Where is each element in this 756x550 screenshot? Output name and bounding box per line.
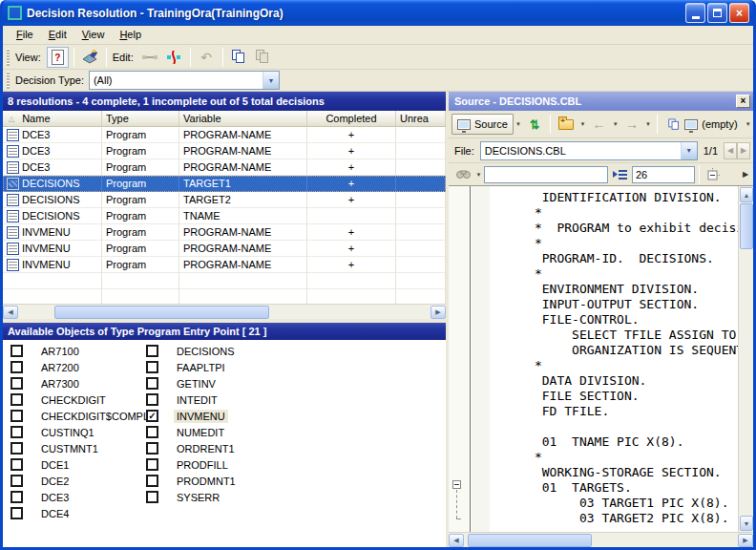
object-item[interactable]: ✓INVMENU (146, 408, 239, 424)
collapse-all-button[interactable] (704, 164, 722, 185)
fold-marker[interactable] (452, 480, 461, 489)
minimize-button[interactable] (685, 3, 705, 23)
toolbar-overflow-button[interactable]: ▶ (739, 164, 752, 185)
table-horizontal-scrollbar[interactable]: ◀ ▶ (3, 304, 446, 319)
scroll-left-button[interactable]: ◀ (449, 534, 464, 547)
column-header-type[interactable]: Type (102, 111, 179, 126)
object-checkbox[interactable] (146, 475, 158, 487)
forward-dropdown[interactable]: ▼ (643, 114, 653, 135)
maximize-button[interactable] (707, 3, 727, 23)
object-checkbox[interactable] (10, 377, 23, 390)
object-item[interactable]: DCE2 (10, 473, 152, 489)
object-checkbox[interactable] (10, 410, 23, 422)
line-number-input[interactable] (632, 166, 695, 183)
copy-button[interactable] (228, 47, 250, 68)
table-row[interactable] (3, 289, 446, 304)
object-checkbox[interactable] (10, 491, 23, 503)
table-row[interactable]: DCE3ProgramPROGRAM-NAME+ (3, 159, 446, 176)
close-button[interactable]: × (729, 3, 749, 23)
object-checkbox[interactable] (146, 393, 158, 406)
object-item[interactable]: AR7300 (10, 375, 152, 391)
object-item[interactable]: CHECKDIGIT$COMPL (10, 408, 152, 424)
object-item[interactable]: DCE1 (10, 456, 152, 473)
scroll-left-button[interactable]: ◀ (3, 306, 18, 319)
back-dropdown[interactable]: ▼ (611, 114, 620, 135)
dropdown-button[interactable]: ▼ (681, 142, 697, 159)
refresh-button[interactable]: ⇄ (524, 114, 545, 135)
source-view-dropdown[interactable]: ▼ (514, 114, 523, 135)
scroll-thumb[interactable] (468, 534, 592, 547)
undo-button[interactable]: ↶ (196, 47, 218, 68)
object-checkbox[interactable] (146, 345, 158, 357)
table-row[interactable]: INVMENUProgramPROGRAM-NAME+ (3, 257, 446, 273)
object-checkbox[interactable] (10, 361, 23, 373)
object-checkbox[interactable] (146, 491, 158, 503)
object-item[interactable]: CUSTMNT1 (10, 440, 152, 456)
column-header-variable[interactable]: Variable (179, 111, 307, 126)
table-row[interactable]: DECISIONSProgramTARGET1+ (3, 176, 446, 192)
table-row[interactable] (3, 273, 446, 289)
menu-edit[interactable]: Edit (41, 27, 74, 43)
forward-button[interactable]: → (621, 114, 642, 135)
source-close-button[interactable]: × (736, 95, 750, 108)
dropdown-button[interactable]: ▼ (262, 72, 279, 89)
object-item[interactable]: AR7200 (10, 359, 152, 375)
object-checkbox[interactable] (146, 377, 158, 390)
break-decision-button[interactable] (163, 47, 185, 68)
next-file-button[interactable]: ▶ (737, 142, 750, 159)
app-icon[interactable] (8, 6, 22, 20)
table-row[interactable]: INVMENUProgramPROGRAM-NAME+ (3, 241, 446, 257)
object-item[interactable]: PRODFILL (146, 456, 239, 473)
title-bar[interactable]: Decision Resolution - TrainingOra(Traini… (3, 0, 753, 26)
scroll-right-button[interactable]: ▶ (430, 306, 446, 319)
column-header-name[interactable]: △Name (3, 111, 102, 126)
table-row[interactable]: DECISIONSProgramTARGET2+ (3, 192, 446, 208)
object-checkbox[interactable] (146, 442, 158, 455)
prev-file-button[interactable]: ◀ (724, 142, 737, 159)
object-checkbox[interactable]: ✓ (146, 410, 158, 422)
context-dropdown[interactable]: ▼ (744, 114, 753, 135)
column-header-unrea[interactable]: Unrea (396, 111, 446, 126)
menu-help[interactable]: Help (112, 27, 149, 43)
search-input[interactable] (484, 166, 608, 183)
toolbar-grip[interactable] (7, 72, 10, 89)
object-item[interactable]: DECISIONS (146, 343, 239, 359)
object-item[interactable]: SYSERR (146, 489, 239, 505)
object-item[interactable]: CHECKDIGIT (10, 391, 152, 408)
decision-type-combobox[interactable]: (All) ▼ (89, 71, 280, 90)
menu-view[interactable]: View (74, 27, 113, 43)
view-report-button[interactable]: ? (47, 47, 69, 68)
column-header-completed[interactable]: Completed (307, 111, 396, 126)
view-diagram-button[interactable] (79, 47, 101, 68)
object-checkbox[interactable] (10, 345, 23, 357)
toolbar-grip[interactable] (7, 49, 10, 66)
table-row[interactable]: DECISIONSProgramTNAME (3, 208, 446, 224)
back-button[interactable]: ← (589, 114, 610, 135)
scroll-up-button[interactable]: ▲ (740, 187, 753, 202)
join-decision-button[interactable] (139, 47, 161, 68)
folder-up-button[interactable] (556, 114, 577, 135)
code-vertical-scrollbar[interactable]: ▲ ▼ (738, 186, 753, 532)
table-row[interactable]: INVMENUProgramPROGRAM-NAME+ (3, 224, 446, 241)
find-dropdown[interactable]: ▼ (473, 164, 484, 185)
context-selector[interactable]: (empty) (662, 114, 743, 135)
object-checkbox[interactable] (10, 458, 23, 471)
object-checkbox[interactable] (10, 507, 23, 519)
folder-dropdown[interactable]: ▼ (578, 114, 587, 135)
object-checkbox[interactable] (146, 426, 158, 438)
code-viewer[interactable]: IDENTIFICATION DIVISION. * * PROGRAM to … (449, 186, 753, 532)
object-checkbox[interactable] (10, 442, 23, 455)
source-view-button[interactable]: Source (452, 114, 514, 135)
object-item[interactable]: DCE3 (10, 489, 152, 505)
object-item[interactable]: INTEDIT (146, 391, 239, 408)
object-checkbox[interactable] (10, 475, 23, 487)
scroll-thumb[interactable] (740, 203, 753, 249)
object-item[interactable]: FAAPLTPI (146, 359, 239, 375)
scroll-down-button[interactable]: ▼ (740, 516, 753, 531)
object-item[interactable]: AR7100 (10, 343, 152, 359)
object-item[interactable]: DCE4 (10, 505, 152, 521)
file-combobox[interactable]: DECISIONS.CBL ▼ (480, 141, 698, 160)
object-item[interactable]: NUMEDIT (146, 424, 239, 440)
object-item[interactable]: PRODMNT1 (146, 473, 239, 489)
object-checkbox[interactable] (146, 458, 158, 471)
